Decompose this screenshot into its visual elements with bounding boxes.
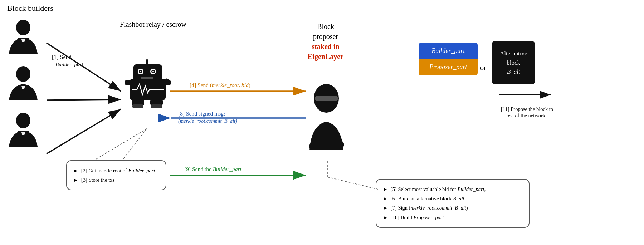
- svg-text:[8] Send signed msg:: [8] Send signed msg:: [178, 111, 225, 117]
- svg-rect-54: [151, 104, 162, 108]
- relay-bullet-2: ► [3] Store the txs: [73, 175, 159, 185]
- svg-point-25: [16, 20, 30, 35]
- svg-point-46: [152, 71, 154, 72]
- svg-line-19: [93, 129, 147, 161]
- alt-block-box: AlternativeblockB_alt: [492, 41, 535, 84]
- proposer-bullet-4: ► [10] Build Proposer_part: [383, 213, 522, 222]
- relay-label: Flashbot relay / escrow: [120, 20, 186, 29]
- proposer-person: [306, 82, 347, 166]
- relay-bullet-1: ► [2] Get merkle root of Builder_part: [73, 166, 159, 175]
- svg-line-7: [47, 99, 121, 100]
- svg-line-18: [122, 129, 147, 161]
- proposer-icon: [306, 82, 347, 165]
- svg-rect-56: [315, 96, 338, 101]
- svg-text:[11] Propose the block to: [11] Propose the block to: [501, 106, 553, 112]
- svg-rect-47: [141, 77, 153, 79]
- alt-block: AlternativeblockB_alt: [492, 41, 535, 84]
- svg-point-33: [16, 113, 30, 128]
- svg-rect-48: [125, 80, 131, 85]
- svg-text:Builder_part: Builder_part: [55, 62, 83, 67]
- svg-line-6: [47, 43, 121, 91]
- svg-rect-38: [133, 64, 162, 82]
- robot-icon: [125, 59, 171, 111]
- relay-robot: [125, 59, 171, 112]
- svg-point-40: [146, 59, 148, 62]
- section-title: Block builders: [7, 4, 637, 13]
- svg-line-8: [47, 109, 121, 154]
- svg-point-29: [16, 66, 30, 82]
- svg-text:[1] Send: [1] Send: [52, 54, 72, 60]
- builder-part-block: Builder_part: [419, 43, 478, 59]
- relay-info-box: ► [2] Get merkle root of Builder_part ► …: [66, 160, 166, 190]
- proposer-label: Blockproposer staked inEigenLayer: [308, 21, 343, 62]
- svg-rect-53: [132, 104, 143, 108]
- svg-text:rest of the network: rest of the network: [506, 113, 546, 118]
- block-stack: Builder_part Proposer_part: [419, 43, 478, 75]
- proposer-info-box: ► [5] Select most valuable bid for Build…: [376, 179, 530, 228]
- svg-text:(merkle_root,commit_B_alt): (merkle_root,commit_B_alt): [178, 118, 237, 124]
- builder-2-icon: [7, 66, 39, 102]
- builder-3-icon: [7, 113, 39, 148]
- proposer-part-block: Proposer_part: [419, 59, 478, 75]
- or-label: or: [480, 64, 486, 72]
- svg-point-43: [140, 71, 141, 72]
- proposer-bullet-3: ► [7] Sign (merkle_root,commit_B_alt): [383, 203, 522, 212]
- proposer-bullet-2: ► [6] Build an alternative block B_alt: [383, 194, 522, 203]
- builders-column: [7, 20, 39, 148]
- proposer-bullet-1: ► [5] Select most valuable bid for Build…: [383, 185, 522, 194]
- main-container: Block builders: [0, 0, 644, 245]
- svg-line-21: [327, 177, 379, 190]
- builder-1-icon: [7, 20, 39, 55]
- svg-text:[9] Send the Builder_part: [9] Send the Builder_part: [184, 166, 241, 172]
- svg-text:[4] Send (merkle_root, bid): [4] Send (merkle_root, bid): [190, 82, 250, 88]
